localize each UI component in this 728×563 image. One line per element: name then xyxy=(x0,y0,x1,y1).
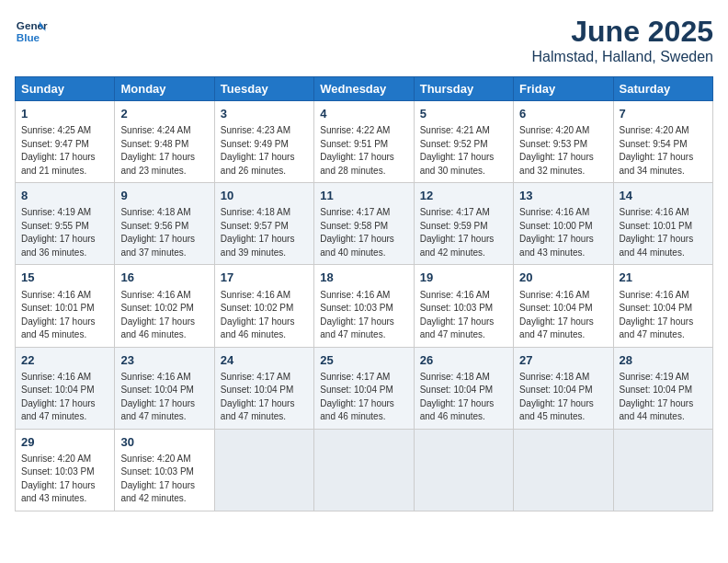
day-detail: Sunrise: 4:20 AMSunset: 10:03 PMDaylight… xyxy=(120,453,208,506)
day-detail: Sunrise: 4:16 AMSunset: 10:03 PMDaylight… xyxy=(320,289,407,342)
day-number: 7 xyxy=(620,106,707,122)
svg-text:General: General xyxy=(17,19,48,31)
page-header: General Blue June 2025 Halmstad, Halland… xyxy=(15,15,713,65)
calendar-day-cell: 22Sunrise: 4:16 AMSunset: 10:04 PMDaylig… xyxy=(16,347,115,429)
calendar-day-cell: 14Sunrise: 4:16 AMSunset: 10:01 PMDaylig… xyxy=(613,183,712,265)
day-detail: Sunrise: 4:25 AMSunset: 9:47 PMDaylight:… xyxy=(21,124,108,178)
calendar-day-cell: 29Sunrise: 4:20 AMSunset: 10:03 PMDaylig… xyxy=(16,429,115,511)
day-detail: Sunrise: 4:16 AMSunset: 10:02 PMDaylight… xyxy=(221,289,308,342)
day-detail: Sunrise: 4:24 AMSunset: 9:48 PMDaylight:… xyxy=(120,124,208,178)
weekday-header: Thursday xyxy=(414,77,513,101)
day-number: 20 xyxy=(519,270,607,286)
calendar-day-cell: 21Sunrise: 4:16 AMSunset: 10:04 PMDaylig… xyxy=(613,265,712,347)
day-detail: Sunrise: 4:17 AMSunset: 9:59 PMDaylight:… xyxy=(420,206,507,259)
calendar-day-cell xyxy=(214,429,313,511)
day-detail: Sunrise: 4:23 AMSunset: 9:49 PMDaylight:… xyxy=(221,124,308,178)
day-detail: Sunrise: 4:18 AMSunset: 9:56 PMDaylight:… xyxy=(120,206,208,259)
day-detail: Sunrise: 4:16 AMSunset: 10:04 PMDaylight… xyxy=(519,289,607,342)
calendar-day-cell: 30Sunrise: 4:20 AMSunset: 10:03 PMDaylig… xyxy=(115,429,214,511)
day-detail: Sunrise: 4:16 AMSunset: 10:04 PMDaylight… xyxy=(120,371,208,424)
day-number: 4 xyxy=(320,106,407,122)
calendar-day-cell xyxy=(613,429,712,511)
day-number: 23 xyxy=(120,352,208,369)
day-detail: Sunrise: 4:16 AMSunset: 10:04 PMDaylight… xyxy=(620,289,707,342)
calendar-day-cell: 3Sunrise: 4:23 AMSunset: 9:49 PMDaylight… xyxy=(214,101,313,183)
calendar-day-cell: 8Sunrise: 4:19 AMSunset: 9:55 PMDaylight… xyxy=(16,183,115,265)
calendar-day-cell: 2Sunrise: 4:24 AMSunset: 9:48 PMDaylight… xyxy=(115,101,214,183)
day-detail: Sunrise: 4:16 AMSunset: 10:01 PMDaylight… xyxy=(21,289,108,342)
weekday-header-row: SundayMondayTuesdayWednesdayThursdayFrid… xyxy=(16,77,713,101)
calendar-day-cell: 17Sunrise: 4:16 AMSunset: 10:02 PMDaylig… xyxy=(214,265,313,347)
day-number: 10 xyxy=(221,188,308,204)
day-detail: Sunrise: 4:18 AMSunset: 9:57 PMDaylight:… xyxy=(221,206,308,259)
svg-text:Blue: Blue xyxy=(17,31,40,43)
day-number: 19 xyxy=(420,270,507,286)
calendar-subtitle: Halmstad, Halland, Sweden xyxy=(532,49,713,65)
day-number: 14 xyxy=(620,188,707,204)
calendar-week-row: 15Sunrise: 4:16 AMSunset: 10:01 PMDaylig… xyxy=(16,265,713,347)
calendar-week-row: 22Sunrise: 4:16 AMSunset: 10:04 PMDaylig… xyxy=(16,347,713,429)
calendar-day-cell: 27Sunrise: 4:18 AMSunset: 10:04 PMDaylig… xyxy=(514,347,613,429)
calendar-title: June 2025 xyxy=(532,15,713,49)
day-number: 12 xyxy=(420,188,507,204)
calendar-day-cell: 13Sunrise: 4:16 AMSunset: 10:00 PMDaylig… xyxy=(514,183,613,265)
weekday-header: Saturday xyxy=(613,77,712,101)
day-detail: Sunrise: 4:20 AMSunset: 10:03 PMDaylight… xyxy=(21,453,108,506)
day-detail: Sunrise: 4:17 AMSunset: 10:04 PMDaylight… xyxy=(320,371,407,424)
calendar-day-cell: 19Sunrise: 4:16 AMSunset: 10:03 PMDaylig… xyxy=(414,265,513,347)
day-detail: Sunrise: 4:19 AMSunset: 10:04 PMDaylight… xyxy=(620,371,707,424)
calendar-day-cell: 12Sunrise: 4:17 AMSunset: 9:59 PMDayligh… xyxy=(414,183,513,265)
day-number: 11 xyxy=(320,188,407,204)
day-detail: Sunrise: 4:18 AMSunset: 10:04 PMDaylight… xyxy=(420,371,507,424)
title-block: June 2025 Halmstad, Halland, Sweden xyxy=(532,15,713,65)
day-detail: Sunrise: 4:18 AMSunset: 10:04 PMDaylight… xyxy=(519,371,607,424)
calendar-day-cell: 25Sunrise: 4:17 AMSunset: 10:04 PMDaylig… xyxy=(314,347,414,429)
calendar-week-row: 8Sunrise: 4:19 AMSunset: 9:55 PMDaylight… xyxy=(16,183,713,265)
day-number: 6 xyxy=(519,106,607,122)
calendar-day-cell: 28Sunrise: 4:19 AMSunset: 10:04 PMDaylig… xyxy=(613,347,712,429)
day-detail: Sunrise: 4:22 AMSunset: 9:51 PMDaylight:… xyxy=(320,124,407,178)
calendar-day-cell: 20Sunrise: 4:16 AMSunset: 10:04 PMDaylig… xyxy=(514,265,613,347)
calendar-day-cell: 9Sunrise: 4:18 AMSunset: 9:56 PMDaylight… xyxy=(115,183,214,265)
day-number: 30 xyxy=(120,434,208,451)
calendar-day-cell xyxy=(414,429,513,511)
day-number: 13 xyxy=(519,188,607,204)
logo-icon: General Blue xyxy=(15,15,48,48)
day-number: 21 xyxy=(620,270,707,286)
calendar-table: SundayMondayTuesdayWednesdayThursdayFrid… xyxy=(15,76,713,511)
day-number: 8 xyxy=(21,188,108,204)
day-detail: Sunrise: 4:16 AMSunset: 10:00 PMDaylight… xyxy=(519,206,607,259)
calendar-day-cell: 24Sunrise: 4:17 AMSunset: 10:04 PMDaylig… xyxy=(214,347,313,429)
weekday-header: Friday xyxy=(514,77,613,101)
day-detail: Sunrise: 4:16 AMSunset: 10:03 PMDaylight… xyxy=(420,289,507,342)
day-number: 17 xyxy=(221,270,308,286)
calendar-day-cell: 4Sunrise: 4:22 AMSunset: 9:51 PMDaylight… xyxy=(314,101,414,183)
day-detail: Sunrise: 4:16 AMSunset: 10:04 PMDaylight… xyxy=(21,371,108,424)
day-number: 2 xyxy=(120,106,208,122)
day-detail: Sunrise: 4:16 AMSunset: 10:02 PMDaylight… xyxy=(120,289,208,342)
calendar-day-cell: 16Sunrise: 4:16 AMSunset: 10:02 PMDaylig… xyxy=(115,265,214,347)
calendar-day-cell: 7Sunrise: 4:20 AMSunset: 9:54 PMDaylight… xyxy=(613,101,712,183)
weekday-header: Tuesday xyxy=(214,77,313,101)
day-detail: Sunrise: 4:17 AMSunset: 9:58 PMDaylight:… xyxy=(320,206,407,259)
calendar-day-cell: 23Sunrise: 4:16 AMSunset: 10:04 PMDaylig… xyxy=(115,347,214,429)
day-number: 26 xyxy=(420,352,507,369)
calendar-day-cell: 10Sunrise: 4:18 AMSunset: 9:57 PMDayligh… xyxy=(214,183,313,265)
day-number: 9 xyxy=(120,188,208,204)
calendar-day-cell: 15Sunrise: 4:16 AMSunset: 10:01 PMDaylig… xyxy=(16,265,115,347)
day-detail: Sunrise: 4:20 AMSunset: 9:54 PMDaylight:… xyxy=(620,124,707,178)
day-number: 5 xyxy=(420,106,507,122)
calendar-week-row: 29Sunrise: 4:20 AMSunset: 10:03 PMDaylig… xyxy=(16,429,713,511)
day-number: 29 xyxy=(21,434,108,451)
logo: General Blue xyxy=(15,15,48,48)
calendar-day-cell: 1Sunrise: 4:25 AMSunset: 9:47 PMDaylight… xyxy=(16,101,115,183)
weekday-header: Wednesday xyxy=(314,77,414,101)
day-number: 3 xyxy=(221,106,308,122)
weekday-header: Sunday xyxy=(16,77,115,101)
day-detail: Sunrise: 4:17 AMSunset: 10:04 PMDaylight… xyxy=(221,371,308,424)
day-number: 15 xyxy=(21,270,108,286)
calendar-day-cell: 18Sunrise: 4:16 AMSunset: 10:03 PMDaylig… xyxy=(314,265,414,347)
calendar-day-cell: 11Sunrise: 4:17 AMSunset: 9:58 PMDayligh… xyxy=(314,183,414,265)
calendar-day-cell xyxy=(514,429,613,511)
day-number: 16 xyxy=(120,270,208,286)
